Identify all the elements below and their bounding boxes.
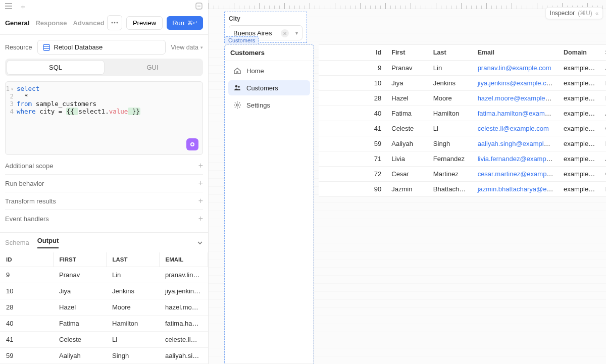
chevron-down-icon: ▾	[200, 45, 203, 50]
svg-point-11	[238, 86, 240, 88]
svg-point-9	[191, 143, 193, 145]
svg-point-12	[236, 104, 238, 106]
segment-sql[interactable]: SQL	[7, 61, 104, 74]
run-button[interactable]: Run ⌘↵	[167, 16, 203, 30]
tab-advanced[interactable]: Advanced	[73, 19, 105, 27]
sidebar-item-label: Home	[246, 67, 264, 75]
table-row[interactable]: 10JiyaJenkinsjiya.jenkins@example.com	[0, 283, 208, 299]
database-icon	[43, 44, 50, 51]
inspector-shortcut: (⌘U)	[578, 10, 592, 17]
view-data-link[interactable]: View data ▾	[171, 44, 203, 51]
svg-point-10	[235, 85, 238, 88]
collapse-icon[interactable]	[197, 240, 203, 246]
tab-general[interactable]: General	[5, 19, 29, 27]
output-col[interactable]: LAST	[106, 252, 159, 267]
output-col[interactable]: EMAIL	[159, 252, 208, 267]
email-link[interactable]: pranav.lin@example.com	[478, 64, 551, 72]
table-row[interactable]: 72CesarMartinezcesar.martinez@example.co…	[319, 167, 606, 182]
resource-value: Retool Database	[54, 43, 103, 51]
table-row[interactable]: 41CelesteLiceleste.li@example.comexample…	[319, 121, 606, 136]
email-link[interactable]: jiya.jenkins@example.com	[478, 79, 556, 87]
table-row[interactable]: 41CelesteLiceleste.li@example.com	[0, 332, 208, 348]
segment-gui[interactable]: GUI	[104, 61, 201, 74]
menu-icon[interactable]	[5, 3, 12, 9]
table-col[interactable]: Domain	[559, 45, 600, 61]
resource-label: Resource	[5, 44, 32, 51]
output-col[interactable]: ID	[0, 252, 53, 267]
mode-segment: SQL GUI	[5, 59, 203, 76]
table-row[interactable]: 28HazelMoorehazel.moore@example.com	[0, 299, 208, 316]
option-run-behavior[interactable]: Run behavior+	[5, 175, 203, 192]
option-additional-scope[interactable]: Additional scope+	[5, 157, 203, 175]
app-canvas: Inspector (⌘U) « City Buenos Aires ✕ ▾ C…	[209, 0, 606, 364]
table-col[interactable]: St	[600, 45, 606, 61]
email-link[interactable]: livia.fernandez@example.com	[478, 155, 559, 163]
sidebar-component[interactable]: Customers Customers HomeCustomersSetting…	[225, 44, 314, 364]
component-tag: Customers	[225, 36, 259, 44]
table-row[interactable]: 9PranavLinpranav.lin@example.comexample.…	[319, 61, 606, 76]
data-table-component[interactable]: IdFirstLastEmailDomainSt 9PranavLinprana…	[319, 44, 606, 197]
sidebar-item-label: Settings	[246, 101, 270, 109]
email-link[interactable]: jazmin.bhattacharya@example.c…	[478, 185, 559, 193]
plus-icon[interactable]: +	[198, 196, 203, 205]
table-row[interactable]: 71LiviaFernandezlivia.fernandez@example.…	[319, 151, 606, 167]
email-link[interactable]: celeste.li@example.com	[478, 125, 549, 132]
table-row[interactable]: 28HazelMoorehazel.moore@example.comexamp…	[319, 91, 606, 106]
run-button-label: Run	[172, 19, 184, 27]
home-icon	[233, 67, 241, 75]
clear-icon[interactable]: ✕	[281, 29, 289, 37]
more-button[interactable]	[107, 15, 122, 30]
plus-icon[interactable]: +	[198, 161, 203, 170]
sql-editor[interactable]: 1▾select2 *3from sample_customers4where …	[5, 81, 203, 155]
city-label: City	[229, 15, 302, 22]
city-value: Buenos Aires	[233, 29, 272, 37]
editor-tabs: General Response Advanced	[5, 19, 105, 27]
table-row[interactable]: 40FatimaHamiltonfatima.hamilton@example.…	[0, 316, 208, 332]
inspector-toggle[interactable]: Inspector (⌘U) «	[545, 7, 603, 19]
table-col[interactable]: Email	[473, 45, 559, 61]
email-link[interactable]: aaliyah.singh@example.com	[478, 140, 559, 147]
sidebar-title: Customers	[225, 45, 313, 61]
chevron-left-icon: «	[595, 10, 598, 16]
output-col[interactable]: FIRST	[53, 252, 106, 267]
svg-point-3	[114, 22, 115, 24]
sidebar-item-customers[interactable]: Customers	[228, 80, 310, 95]
table-row[interactable]: 9PranavLinpranav.lin@example.com	[0, 267, 208, 283]
table-row[interactable]: 40FatimaHamiltonfatima.hamilton@example.…	[319, 106, 606, 121]
add-tab-icon[interactable]: ＋	[19, 3, 27, 10]
results-section: Schema Output IDFIRSTLASTEMAIL 9PranavLi…	[0, 232, 208, 364]
tab-response[interactable]: Response	[35, 19, 67, 27]
table-row[interactable]: 90JazminBhattacharyajazmin.bhattacharya@…	[319, 182, 606, 197]
tab-output[interactable]: Output	[37, 237, 59, 248]
svg-rect-5	[43, 44, 49, 50]
plus-icon[interactable]: +	[198, 214, 203, 223]
preview-button[interactable]: Preview	[126, 16, 163, 30]
table-col[interactable]: First	[386, 45, 428, 61]
run-shortcut: ⌘↵	[187, 20, 197, 26]
email-link[interactable]: hazel.moore@example.com	[478, 94, 559, 102]
query-options: Additional scope+ Run behavior+ Transfor…	[0, 155, 208, 227]
inspector-label: Inspector	[550, 10, 575, 17]
chevron-down-icon[interactable]: ▾	[295, 30, 298, 36]
gear-icon	[233, 101, 241, 109]
table-row[interactable]: 59AaliyahSinghaaliyah.singh@example.com	[0, 348, 208, 364]
svg-point-4	[116, 22, 118, 24]
table-col[interactable]: Last	[428, 45, 473, 61]
table-col[interactable]: Id	[319, 45, 386, 61]
email-link[interactable]: cesar.martinez@example.com	[478, 170, 559, 178]
option-transform-results[interactable]: Transform results+	[5, 192, 203, 210]
sidebar-item-settings[interactable]: Settings	[228, 97, 310, 113]
people-icon	[233, 84, 241, 92]
table-row[interactable]: 10JiyaJenkinsjiya.jenkins@example.comexa…	[319, 76, 606, 91]
option-event-handlers[interactable]: Event handlers+	[5, 210, 203, 227]
table-row[interactable]: 59AaliyahSinghaaliyah.singh@example.come…	[319, 136, 606, 151]
email-link[interactable]: fatima.hamilton@example.com	[478, 110, 559, 117]
ai-assist-icon[interactable]	[186, 138, 198, 150]
sidebar-item-home[interactable]: Home	[228, 63, 310, 78]
tab-schema[interactable]: Schema	[5, 239, 29, 246]
query-editor-panel: ＋ General Response Advanced Preview Run	[0, 0, 209, 364]
svg-point-2	[111, 22, 113, 24]
resource-select[interactable]: Retool Database	[37, 40, 166, 55]
minimize-icon[interactable]	[195, 2, 203, 10]
plus-icon[interactable]: +	[198, 179, 203, 188]
